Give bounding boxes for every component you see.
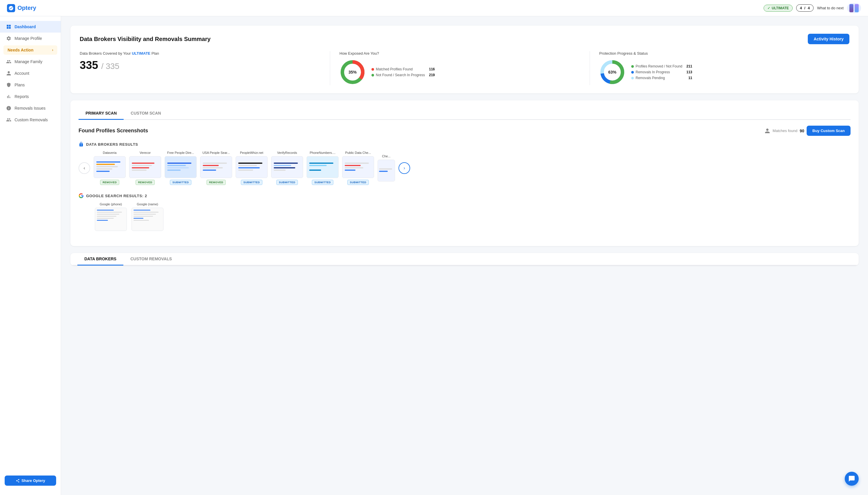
share-button[interactable]: Share Optery: [5, 476, 56, 486]
broker-screenshot-usa-people[interactable]: [200, 156, 232, 178]
google-group-title: GOOGLE SEARCH RESULTS: 2: [79, 193, 851, 198]
step-indicator: 4 / 4: [796, 4, 814, 12]
lock-icon: [79, 142, 84, 147]
protection-block: Protection Progress & Status 63%: [590, 51, 849, 85]
google-card-name: Google (name): [132, 202, 164, 231]
tab-data-brokers[interactable]: DATA BROKERS: [78, 253, 123, 266]
broker-card-free-people: Free People Dire... SUBMITTE: [165, 151, 197, 185]
topbar-right: ULTIMATE 4 / 4 What to do next: [764, 3, 861, 13]
broker-screenshot-publicdata[interactable]: [342, 156, 374, 178]
protection-donut-chart: 63%: [599, 59, 625, 85]
broker-screenshot-verecor[interactable]: [129, 156, 161, 178]
google-screenshot-name[interactable]: [132, 208, 164, 231]
broker-card-phonenumbers: PhoneNumbers.... SUBMITTED: [307, 151, 339, 185]
google-results-group: GOOGLE SEARCH RESULTS: 2 Google (phone): [79, 193, 851, 231]
legend-inprogress: Removals In Progress 113: [631, 70, 692, 74]
topbar-avatar-area[interactable]: [847, 3, 861, 13]
inprogress-label: Removals In Progress: [635, 70, 670, 74]
what-next-label: What to do next: [817, 6, 844, 10]
protection-donut-area: 63% Profiles Removed / Not Found 211: [599, 59, 840, 85]
sidebar-item-custom-removals[interactable]: Custom Removals: [0, 114, 61, 126]
legend-removed: Profiles Removed / Not Found 211: [631, 64, 692, 68]
prev-broker-btn[interactable]: ‹: [79, 162, 90, 174]
sidebar-label-manage-family: Manage Family: [15, 59, 42, 64]
logo-icon: [7, 4, 15, 12]
matches-count: 90: [800, 129, 804, 133]
bottom-tabs-bar: DATA BROKERS CUSTOM REMOVALS: [70, 253, 859, 266]
sidebar-footer: Share Optery: [0, 471, 61, 490]
sidebar-item-manage-family[interactable]: Manage Family: [0, 56, 61, 67]
broker-screenshot-peoplewhizr[interactable]: [236, 156, 268, 178]
chevron-right-icon: ›: [52, 48, 53, 52]
step-separator: /: [804, 6, 805, 10]
sidebar-label-dashboard: Dashboard: [15, 24, 36, 29]
svg-text:35%: 35%: [348, 70, 357, 74]
barchart-icon: [6, 93, 12, 100]
broker-count: 335 / 335: [80, 59, 321, 71]
inprogress-dot: [631, 71, 634, 73]
google-icon: [79, 193, 84, 198]
chat-button[interactable]: [845, 472, 859, 486]
sidebar-label-removals-issues: Removals Issues: [15, 106, 46, 110]
broker-screenshot-free-people[interactable]: [165, 156, 197, 178]
sidebar-item-needs-action[interactable]: Needs Action ›: [3, 45, 57, 55]
broker-screenshot-che[interactable]: [378, 160, 395, 182]
notfound-count: 219: [427, 73, 435, 77]
tab-custom-scan[interactable]: CUSTOM SCAN: [124, 107, 168, 120]
protection-title: Protection Progress & Status: [599, 51, 840, 55]
legend-pending: Removals Pending 11: [631, 76, 692, 80]
broker-status-publicdata: SUBMITTED: [347, 180, 369, 185]
settings-icon: [6, 35, 12, 41]
matched-label: Matched Profiles Found: [376, 67, 413, 71]
step-current: 4: [800, 6, 802, 10]
sidebar-item-dashboard[interactable]: Dashboard: [0, 21, 61, 33]
matches-label: Matches found: [772, 129, 797, 133]
notfound-label: Not Found / Search In Progress: [376, 73, 425, 77]
app-name: Optery: [17, 5, 36, 11]
sidebar-item-manage-profile[interactable]: Manage Profile: [0, 33, 61, 44]
avatar-right: [855, 4, 859, 12]
family-icon: [6, 59, 12, 65]
sidebar-label-custom-removals: Custom Removals: [15, 118, 48, 122]
sidebar-item-reports[interactable]: Reports: [0, 91, 61, 102]
tab-custom-removals[interactable]: CUSTOM REMOVALS: [123, 253, 179, 266]
broker-screenshot-dataveria[interactable]: [93, 156, 126, 178]
tab-primary-scan[interactable]: PRIMARY SCAN: [79, 107, 124, 120]
main-content: Data Brokers Visibility and Removals Sum…: [61, 16, 868, 495]
matched-dot: [372, 68, 374, 71]
sidebar-item-plans[interactable]: Plans: [0, 79, 61, 91]
summary-title: Data Brokers Visibility and Removals Sum…: [80, 36, 210, 42]
sidebar-label-account: Account: [15, 71, 29, 75]
avatar-left: [849, 4, 853, 12]
topbar: Optery ULTIMATE 4 / 4 What to do next: [0, 0, 868, 16]
activity-history-button[interactable]: Activity History: [808, 34, 849, 44]
google-group-title-text: GOOGLE SEARCH RESULTS: 2: [86, 194, 147, 198]
next-broker-btn[interactable]: ›: [398, 162, 410, 174]
broker-status-phonenumbers: SUBMITTED: [312, 180, 334, 185]
google-screenshots-list: Google (phone): [79, 202, 851, 231]
chat-icon: [848, 475, 855, 482]
sidebar-item-account[interactable]: Account: [0, 67, 61, 79]
broker-status-verifyrecords: SUBMITTED: [276, 180, 298, 185]
buy-custom-scan-button[interactable]: Buy Custom Scan: [806, 126, 851, 136]
broker-card-peoplewhizr: PeopleWhizr.net SUBMITTED: [236, 151, 268, 185]
broker-card-verifyrecords: VerifyRecords SUBMITTED: [271, 151, 303, 185]
brokers-group-title-text: DATA BROKERS RESULTS: [86, 142, 138, 147]
broker-status-dataveria: REMOVED: [100, 180, 120, 185]
shield-icon: [6, 82, 12, 88]
sidebar-label-needs-action: Needs Action: [7, 48, 33, 52]
broker-card-dataveria: Dataveria: [93, 151, 126, 185]
sidebar-label-manage-profile: Manage Profile: [15, 36, 42, 41]
broker-screenshot-phonenumbers[interactable]: [307, 156, 339, 178]
info-icon: [6, 105, 12, 111]
exposure-legend: Matched Profiles Found 116 Not Found / S…: [372, 67, 435, 77]
pending-dot: [631, 77, 634, 80]
brokers-covered-label: Data Brokers Covered by Your ULTIMATE Pl…: [80, 51, 321, 55]
broker-card-che: Che...: [378, 154, 395, 182]
broker-status-free-people: SUBMITTED: [170, 180, 192, 185]
sidebar-item-removals-issues[interactable]: Removals Issues: [0, 102, 61, 114]
broker-card-verecor: Verecor REMOVED: [129, 151, 161, 185]
google-screenshot-phone[interactable]: [95, 208, 127, 231]
sidebar: Dashboard Manage Profile Needs Action › …: [0, 16, 61, 495]
broker-screenshot-verifyrecords[interactable]: [271, 156, 303, 178]
